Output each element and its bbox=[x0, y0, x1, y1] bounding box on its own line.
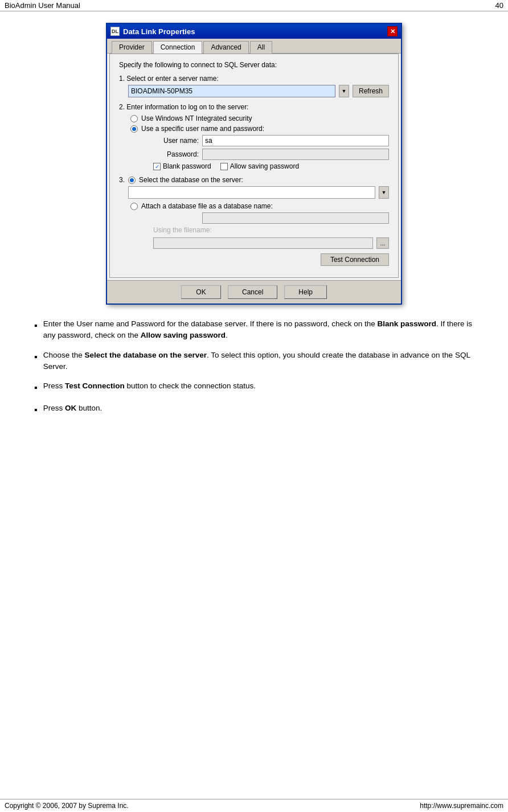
bullet-item-2: Choose the Select the database on the se… bbox=[34, 350, 474, 373]
password-label: Password: bbox=[153, 150, 199, 158]
dialog-footer: OK Cancel Help bbox=[107, 280, 401, 304]
filename-input-row: ... bbox=[153, 237, 389, 249]
blank-password-item: ✓ Blank password bbox=[153, 162, 211, 170]
allow-saving-checkbox[interactable] bbox=[220, 163, 228, 170]
bold-blank-password: Blank password bbox=[378, 319, 437, 328]
attach-label: Attach a database file as a database nam… bbox=[141, 202, 273, 210]
footer-copyright: Copyright © 2006, 2007 by Suprema Inc. bbox=[5, 802, 129, 810]
dialog-title: Data Link Properties bbox=[123, 27, 195, 36]
username-input[interactable] bbox=[202, 135, 389, 146]
close-button[interactable]: ✕ bbox=[387, 26, 398, 36]
bold-select-db: Select the database on the server bbox=[84, 351, 207, 359]
dialog-wrapper: DL Data Link Properties ✕ Provider Conne… bbox=[34, 23, 474, 305]
step3-section: 3. Select the database on the server: ▼ bbox=[119, 176, 389, 266]
filename-row: Using the filename: bbox=[153, 226, 389, 234]
blank-password-checkbox[interactable]: ✓ bbox=[153, 163, 161, 170]
bullet-text-1: Enter the User name and Password for the… bbox=[43, 318, 474, 342]
bullet-item-1: Enter the User name and Password for the… bbox=[34, 318, 474, 342]
bullet-text-4: Press OK button. bbox=[43, 403, 474, 414]
attach-input[interactable] bbox=[202, 212, 389, 224]
tab-all[interactable]: All bbox=[250, 41, 272, 54]
attach-input-row bbox=[153, 212, 389, 224]
password-row: Password: bbox=[153, 149, 389, 160]
radio-dot2 bbox=[130, 178, 134, 182]
bold-allow-saving: Allow saving password bbox=[141, 331, 226, 339]
blank-password-label: Blank password bbox=[163, 162, 211, 170]
dialog-body: Specify the following to connect to SQL … bbox=[109, 54, 399, 278]
bullet-text-2: Choose the Select the database on the se… bbox=[43, 350, 474, 373]
radio-attach[interactable] bbox=[130, 203, 138, 210]
test-connection-button[interactable]: Test Connection bbox=[321, 253, 389, 266]
help-button[interactable]: Help bbox=[284, 285, 327, 299]
bold-ok: OK bbox=[65, 404, 76, 412]
ok-button[interactable]: OK bbox=[181, 285, 221, 299]
filename-label: Using the filename: bbox=[153, 226, 212, 234]
page-title: BioAdmin User Manual bbox=[5, 1, 80, 10]
username-label: User name: bbox=[153, 137, 199, 145]
dialog-window: DL Data Link Properties ✕ Provider Conne… bbox=[106, 23, 402, 305]
cancel-button[interactable]: Cancel bbox=[228, 285, 277, 299]
db-input[interactable] bbox=[128, 186, 375, 199]
checkbox-row: ✓ Blank password Allow saving password bbox=[153, 162, 389, 170]
attach-row: Attach a database file as a database nam… bbox=[130, 202, 389, 210]
step2-section: 2. Enter information to log on to the se… bbox=[119, 103, 389, 170]
page-header: BioAdmin User Manual 40 bbox=[0, 0, 508, 11]
radio-dot bbox=[132, 127, 136, 131]
titlebar-left: DL Data Link Properties bbox=[110, 27, 195, 36]
step3-num: 3. bbox=[119, 176, 125, 184]
radio-specific[interactable] bbox=[130, 125, 138, 133]
select-db-label: Select the database on the server: bbox=[139, 176, 243, 184]
step3-label-row: 3. Select the database on the server: bbox=[119, 176, 389, 184]
db-dropdown-button[interactable]: ▼ bbox=[379, 186, 389, 199]
step2-label: 2. Enter information to log on to the se… bbox=[119, 103, 389, 111]
tab-provider[interactable]: Provider bbox=[112, 41, 152, 54]
server-row: ▼ Refresh bbox=[128, 85, 389, 97]
radio-specific-row: Use a specific user name and password: bbox=[130, 125, 389, 133]
step1-section: 1. Select or enter a server name: ▼ Refr… bbox=[119, 75, 389, 97]
page-footer: Copyright © 2006, 2007 by Suprema Inc. h… bbox=[0, 799, 508, 812]
radio-windows-label: Use Windows NT Integrated security bbox=[141, 114, 252, 122]
browse-button[interactable]: ... bbox=[376, 237, 389, 249]
radio-windows-row: Use Windows NT Integrated security bbox=[130, 114, 389, 122]
footer-website: http://www.supremainc.com bbox=[420, 802, 503, 810]
bullet-text-3: Press Test Connection button to check th… bbox=[43, 380, 474, 392]
password-input[interactable] bbox=[202, 149, 389, 160]
intro-text: Specify the following to connect to SQL … bbox=[119, 61, 389, 69]
bullet-item-3: Press Test Connection button to check th… bbox=[34, 380, 474, 395]
tab-advanced[interactable]: Advanced bbox=[203, 41, 248, 54]
dialog-titlebar: DL Data Link Properties ✕ bbox=[107, 24, 401, 39]
allow-saving-label: Allow saving password bbox=[230, 162, 299, 170]
username-row: User name: bbox=[153, 135, 389, 146]
server-dropdown-button[interactable]: ▼ bbox=[339, 85, 349, 97]
radio-windows[interactable] bbox=[130, 115, 138, 122]
page-content: DL Data Link Properties ✕ Provider Conne… bbox=[0, 11, 508, 436]
dialog-tabs: Provider Connection Advanced All bbox=[107, 39, 401, 54]
bullet-item-4: Press OK button. bbox=[34, 403, 474, 417]
step1-label: 1. Select or enter a server name: bbox=[119, 75, 389, 83]
bullet-list: Enter the User name and Password for the… bbox=[34, 318, 474, 417]
bold-test-connection: Test Connection bbox=[65, 382, 125, 390]
radio-select-db[interactable] bbox=[128, 177, 136, 184]
test-connection-row: Test Connection bbox=[119, 253, 389, 266]
refresh-button[interactable]: Refresh bbox=[353, 85, 389, 97]
filename-input[interactable] bbox=[153, 237, 373, 249]
tab-connection[interactable]: Connection bbox=[153, 41, 203, 54]
dialog-icon: DL bbox=[110, 27, 120, 36]
radio-specific-label: Use a specific user name and password: bbox=[141, 125, 264, 133]
db-dropdown-row: ▼ bbox=[128, 186, 389, 199]
allow-saving-item: Allow saving password bbox=[220, 162, 299, 170]
server-input[interactable] bbox=[128, 85, 335, 97]
page-number: 40 bbox=[495, 1, 503, 10]
